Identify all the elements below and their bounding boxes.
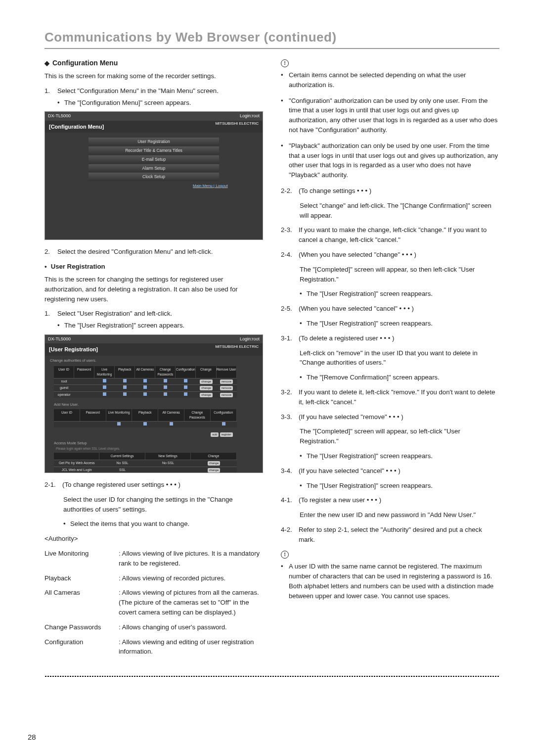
th: Change Passwords — [155, 366, 176, 378]
change-btn: change — [200, 386, 213, 390]
step-number: 4-1. — [281, 495, 299, 505]
page-number: 28 — [28, 733, 36, 741]
step-text: (To change settings • • • ) — [299, 186, 499, 196]
step-paragraph: The "[Completed]" screen will appear, so… — [281, 265, 499, 284]
step-number: 1. — [44, 309, 57, 319]
authority-heading: <Authority> — [44, 534, 263, 544]
step-number: 3-1. — [281, 333, 299, 343]
access-mode-label: Access Mode Setup — [54, 440, 258, 446]
th: Live Monitoring — [106, 409, 133, 421]
access-mode-sub: Please login again when SSL Level change… — [56, 446, 258, 451]
step-number: 2-1. — [44, 480, 62, 490]
add-btn: add — [211, 432, 219, 437]
ss-login: Login:root — [240, 336, 260, 343]
step-number: 1. — [44, 86, 57, 96]
step-text: (When you have selected "cancel" • • • ) — [299, 304, 499, 314]
user-reg-screenshot: DX-TL5000 Login:root [User Registration]… — [44, 334, 263, 473]
step-bullet: The "[Configuration Menu]" screen appear… — [44, 98, 263, 108]
th: All Cameras — [135, 366, 155, 378]
th: Change — [196, 366, 216, 378]
step-bullet: Select the items that you want to change… — [44, 519, 263, 529]
ss-subtitle: Change authorities of users. — [50, 358, 258, 363]
config-intro: This is the screen for making some of th… — [44, 71, 263, 81]
step-number: 4-2. — [281, 525, 299, 545]
th: User ID — [54, 409, 80, 421]
user-reg-heading: User Registration — [44, 262, 263, 272]
ss-menu-item: E-mail Setup — [89, 155, 219, 164]
step-bullet: The "[User Registration]" screen reappea… — [281, 481, 499, 491]
th: Configuration — [176, 366, 196, 378]
th: New Settings — [145, 453, 191, 460]
td: No SSL — [99, 460, 145, 467]
auth-label: Configuration — [44, 637, 119, 657]
th: All Cameras — [158, 409, 184, 421]
warning-icon: ! — [281, 59, 289, 67]
add-user-table: User ID Password Live Monitoring Playbac… — [54, 409, 237, 427]
step-text: Select "Configuration Menu" in the "Main… — [57, 86, 263, 96]
remove-btn: remove — [220, 393, 233, 397]
th: Playback — [115, 366, 135, 378]
change-btn: change — [208, 468, 221, 472]
th: Password — [80, 409, 106, 421]
step-paragraph: Select "change" and left-click. The "[Ch… — [281, 201, 499, 221]
warning-item: A user ID with the same name cannot be r… — [281, 562, 499, 601]
th: Change — [191, 453, 236, 460]
step-paragraph: Left-click on "remove" in the user ID th… — [281, 348, 499, 368]
step-text: (To register a new user • • • ) — [299, 495, 499, 505]
step-number: 3-4. — [281, 466, 299, 476]
step-text: (If you have selected "remove" • • • ) — [299, 412, 499, 422]
td: SSL — [99, 467, 145, 473]
th: User ID — [54, 366, 74, 378]
warning-item: "Configuration" authorization can be use… — [281, 96, 499, 135]
step-text: Refer to step 2-1, select the "Authority… — [299, 525, 499, 545]
step-bullet: The "[User Registration]" screen appears… — [44, 321, 263, 331]
left-column: Configuration Menu This is the screen fo… — [44, 58, 263, 662]
step-number: 2-3. — [281, 225, 299, 245]
user-reg-paragraph: This is the screen for changing the sett… — [44, 275, 263, 304]
auth-label: Live Monitoring — [44, 549, 119, 568]
step-text: If you want to delete it, left-click "re… — [299, 387, 499, 407]
config-menu-screenshot: DX-TL5000 Login:root [Configuration Menu… — [44, 111, 263, 240]
th: Current Settings — [99, 453, 145, 460]
th: Change Passwords — [184, 409, 211, 421]
ss-menu-item: Clock Setup — [89, 173, 219, 181]
step-text: If you want to make the change, left-cli… — [299, 225, 499, 245]
step-bullet: The "[User Registration]" screen reappea… — [281, 319, 499, 329]
th: Password — [74, 366, 94, 378]
step-paragraph: Enter the new user ID and new password i… — [281, 510, 499, 520]
td: JCL Web and Login — [54, 467, 99, 473]
step-number: 2. — [44, 247, 57, 257]
mitsubishi-logo: MITSUBISHI ELECTRIC — [215, 344, 259, 350]
th: Live Monitoring — [94, 366, 115, 378]
step-text: (If you have selected "cancel" • • • ) — [299, 466, 499, 476]
step-number: 3-2. — [281, 387, 299, 407]
step-bullet: The "[Remove Confirmation]" screen appea… — [281, 373, 499, 382]
th: Playback — [132, 409, 158, 421]
auth-label: Change Passwords — [44, 622, 119, 632]
th: Configuration — [211, 409, 237, 421]
auth-desc: : Allows viewing of live pictures. It is… — [119, 549, 263, 568]
add-user-label: Add New User. — [54, 402, 258, 407]
change-btn: change — [200, 393, 213, 397]
remove-btn: remove — [220, 379, 233, 384]
td: guest — [54, 385, 74, 391]
step-paragraph: Select the user ID for changing the sett… — [44, 495, 263, 515]
warning-item: Certain items cannot be selected dependi… — [281, 70, 499, 90]
ss-menu-item: Alarm Setup — [89, 164, 219, 173]
ss-model: DX-TL5000 — [48, 113, 71, 120]
step-text: (To change registered user settings • • … — [62, 480, 263, 490]
warning-item: "Playback" authorization can only be use… — [281, 141, 499, 180]
auth-desc: : Allows viewing of pictures from all th… — [119, 588, 263, 617]
dotted-separator — [44, 675, 499, 677]
config-menu-heading: Configuration Menu — [44, 58, 263, 68]
change-btn: change — [200, 379, 213, 384]
access-mode-table: Current Settings New Settings Change Get… — [54, 453, 237, 473]
ss-nav-links: Main Menu | Logout — [45, 183, 263, 189]
ss-menu-item: Recorder Title & Camera Titles — [89, 146, 219, 155]
auth-label: Playback — [44, 573, 119, 583]
auth-desc: : Allows changing of user's password. — [119, 622, 263, 632]
auth-label: All Cameras — [44, 588, 119, 617]
step-bullet: The "[User Registration]" screen reappea… — [281, 451, 499, 461]
step-text: Select "User Registration" and left-clic… — [57, 309, 263, 319]
step-number: 2-2. — [281, 186, 299, 196]
